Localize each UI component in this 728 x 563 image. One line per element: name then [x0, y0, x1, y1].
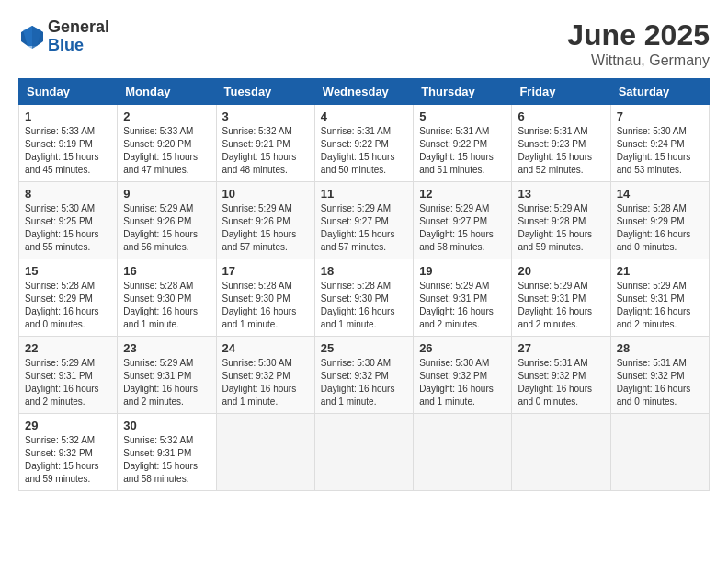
- calendar-cell: [314, 414, 413, 491]
- logo-general: General: [48, 18, 109, 37]
- calendar-cell: [216, 414, 314, 491]
- day-number: 22: [25, 341, 111, 355]
- day-number: 28: [617, 341, 703, 355]
- day-number: 27: [518, 341, 604, 355]
- day-number: 4: [321, 109, 407, 123]
- day-info: Sunrise: 5:33 AM Sunset: 9:19 PM Dayligh…: [25, 125, 111, 177]
- calendar-week-row: 15 Sunrise: 5:28 AM Sunset: 9:29 PM Dayl…: [19, 259, 710, 337]
- calendar-cell: 26 Sunrise: 5:30 AM Sunset: 9:32 PM Dayl…: [414, 337, 512, 414]
- day-info: Sunrise: 5:30 AM Sunset: 9:32 PM Dayligh…: [321, 357, 407, 408]
- day-number: 23: [123, 341, 210, 355]
- weekday-header: Monday: [118, 79, 216, 105]
- calendar-cell: 18 Sunrise: 5:28 AM Sunset: 9:30 PM Dayl…: [314, 259, 413, 337]
- calendar-cell: 1 Sunrise: 5:33 AM Sunset: 9:19 PM Dayli…: [19, 105, 118, 182]
- day-number: 15: [25, 264, 111, 278]
- day-number: 20: [518, 264, 604, 278]
- calendar-cell: 13 Sunrise: 5:29 AM Sunset: 9:28 PM Dayl…: [512, 182, 610, 259]
- calendar-cell: [512, 414, 610, 491]
- calendar-cell: 25 Sunrise: 5:30 AM Sunset: 9:32 PM Dayl…: [314, 337, 413, 414]
- logo-icon: [18, 23, 46, 51]
- logo-text: General Blue: [48, 18, 109, 55]
- day-info: Sunrise: 5:29 AM Sunset: 9:28 PM Dayligh…: [518, 202, 604, 254]
- day-info: Sunrise: 5:28 AM Sunset: 9:30 PM Dayligh…: [321, 280, 407, 331]
- calendar-cell: 5 Sunrise: 5:31 AM Sunset: 9:22 PM Dayli…: [414, 105, 512, 182]
- calendar-cell: 29 Sunrise: 5:32 AM Sunset: 9:32 PM Dayl…: [19, 414, 118, 491]
- calendar-cell: 21 Sunrise: 5:29 AM Sunset: 9:31 PM Dayl…: [610, 259, 709, 337]
- calendar-cell: 24 Sunrise: 5:30 AM Sunset: 9:32 PM Dayl…: [216, 337, 314, 414]
- calendar-cell: [414, 414, 512, 491]
- calendar-cell: 9 Sunrise: 5:29 AM Sunset: 9:26 PM Dayli…: [118, 182, 216, 259]
- day-number: 30: [123, 419, 210, 432]
- day-info: Sunrise: 5:29 AM Sunset: 9:27 PM Dayligh…: [419, 202, 506, 254]
- day-info: Sunrise: 5:29 AM Sunset: 9:26 PM Dayligh…: [123, 202, 210, 254]
- weekday-header: Saturday: [610, 79, 709, 105]
- day-number: 5: [419, 109, 506, 123]
- day-info: Sunrise: 5:30 AM Sunset: 9:32 PM Dayligh…: [419, 357, 506, 408]
- location-title: Wittnau, Germany: [567, 52, 710, 69]
- calendar-cell: 27 Sunrise: 5:31 AM Sunset: 9:32 PM Dayl…: [512, 337, 610, 414]
- header: General Blue June 2025 Wittnau, Germany: [18, 18, 710, 69]
- calendar-cell: 28 Sunrise: 5:31 AM Sunset: 9:32 PM Dayl…: [610, 337, 709, 414]
- day-info: Sunrise: 5:29 AM Sunset: 9:31 PM Dayligh…: [419, 280, 506, 331]
- calendar-cell: 19 Sunrise: 5:29 AM Sunset: 9:31 PM Dayl…: [414, 259, 512, 337]
- calendar-cell: 12 Sunrise: 5:29 AM Sunset: 9:27 PM Dayl…: [414, 182, 512, 259]
- day-number: 6: [518, 109, 604, 123]
- calendar-cell: 22 Sunrise: 5:29 AM Sunset: 9:31 PM Dayl…: [19, 337, 118, 414]
- day-number: 9: [123, 187, 210, 201]
- day-number: 29: [25, 419, 111, 432]
- day-number: 7: [617, 109, 703, 123]
- day-info: Sunrise: 5:31 AM Sunset: 9:22 PM Dayligh…: [419, 125, 506, 177]
- calendar-week-row: 1 Sunrise: 5:33 AM Sunset: 9:19 PM Dayli…: [19, 105, 710, 182]
- calendar-cell: [610, 414, 709, 491]
- calendar-cell: 3 Sunrise: 5:32 AM Sunset: 9:21 PM Dayli…: [216, 105, 314, 182]
- day-number: 21: [617, 264, 703, 278]
- day-info: Sunrise: 5:29 AM Sunset: 9:31 PM Dayligh…: [123, 357, 210, 408]
- day-number: 3: [222, 109, 309, 123]
- day-info: Sunrise: 5:33 AM Sunset: 9:20 PM Dayligh…: [123, 125, 210, 177]
- calendar-cell: 8 Sunrise: 5:30 AM Sunset: 9:25 PM Dayli…: [19, 182, 118, 259]
- logo-blue: Blue: [48, 37, 109, 55]
- calendar-cell: 20 Sunrise: 5:29 AM Sunset: 9:31 PM Dayl…: [512, 259, 610, 337]
- weekday-header: Sunday: [19, 79, 118, 105]
- day-number: 24: [222, 341, 309, 355]
- weekday-header: Thursday: [414, 79, 512, 105]
- day-info: Sunrise: 5:29 AM Sunset: 9:31 PM Dayligh…: [617, 280, 703, 331]
- calendar-week-row: 8 Sunrise: 5:30 AM Sunset: 9:25 PM Dayli…: [19, 182, 710, 259]
- day-number: 25: [321, 341, 407, 355]
- day-number: 2: [123, 109, 210, 123]
- day-number: 8: [25, 187, 111, 201]
- day-number: 18: [321, 264, 407, 278]
- calendar-cell: 14 Sunrise: 5:28 AM Sunset: 9:29 PM Dayl…: [610, 182, 709, 259]
- day-number: 16: [123, 264, 210, 278]
- calendar-week-row: 29 Sunrise: 5:32 AM Sunset: 9:32 PM Dayl…: [19, 414, 710, 491]
- day-info: Sunrise: 5:28 AM Sunset: 9:30 PM Dayligh…: [123, 280, 210, 331]
- day-info: Sunrise: 5:29 AM Sunset: 9:31 PM Dayligh…: [25, 357, 111, 408]
- day-info: Sunrise: 5:29 AM Sunset: 9:27 PM Dayligh…: [321, 202, 407, 254]
- day-number: 1: [25, 109, 111, 123]
- calendar-cell: 30 Sunrise: 5:32 AM Sunset: 9:31 PM Dayl…: [118, 414, 216, 491]
- day-number: 12: [419, 187, 506, 201]
- day-number: 17: [222, 264, 309, 278]
- calendar-cell: 2 Sunrise: 5:33 AM Sunset: 9:20 PM Dayli…: [118, 105, 216, 182]
- calendar-cell: 23 Sunrise: 5:29 AM Sunset: 9:31 PM Dayl…: [118, 337, 216, 414]
- day-info: Sunrise: 5:31 AM Sunset: 9:22 PM Dayligh…: [321, 125, 407, 177]
- day-number: 26: [419, 341, 506, 355]
- calendar-cell: 11 Sunrise: 5:29 AM Sunset: 9:27 PM Dayl…: [314, 182, 413, 259]
- day-number: 14: [617, 187, 703, 201]
- day-info: Sunrise: 5:31 AM Sunset: 9:32 PM Dayligh…: [617, 357, 703, 408]
- day-info: Sunrise: 5:30 AM Sunset: 9:32 PM Dayligh…: [222, 357, 309, 408]
- calendar-cell: 7 Sunrise: 5:30 AM Sunset: 9:24 PM Dayli…: [610, 105, 709, 182]
- day-info: Sunrise: 5:32 AM Sunset: 9:32 PM Dayligh…: [25, 434, 111, 486]
- day-info: Sunrise: 5:28 AM Sunset: 9:29 PM Dayligh…: [25, 280, 111, 331]
- calendar-cell: 15 Sunrise: 5:28 AM Sunset: 9:29 PM Dayl…: [19, 259, 118, 337]
- calendar-cell: 17 Sunrise: 5:28 AM Sunset: 9:30 PM Dayl…: [216, 259, 314, 337]
- day-info: Sunrise: 5:32 AM Sunset: 9:21 PM Dayligh…: [222, 125, 309, 177]
- weekday-header: Tuesday: [216, 79, 314, 105]
- day-info: Sunrise: 5:29 AM Sunset: 9:31 PM Dayligh…: [518, 280, 604, 331]
- day-info: Sunrise: 5:32 AM Sunset: 9:31 PM Dayligh…: [123, 434, 210, 486]
- title-area: June 2025 Wittnau, Germany: [567, 18, 710, 69]
- day-number: 13: [518, 187, 604, 201]
- calendar: SundayMondayTuesdayWednesdayThursdayFrid…: [18, 78, 710, 491]
- day-info: Sunrise: 5:31 AM Sunset: 9:32 PM Dayligh…: [518, 357, 604, 408]
- calendar-cell: 4 Sunrise: 5:31 AM Sunset: 9:22 PM Dayli…: [314, 105, 413, 182]
